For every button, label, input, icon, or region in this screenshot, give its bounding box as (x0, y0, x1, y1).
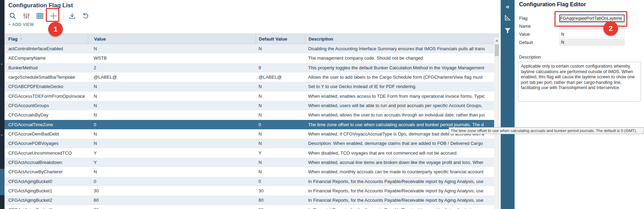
flag-cell: actControlInterfaceEnabled (5, 44, 88, 53)
search-icon[interactable] (8, 11, 17, 20)
page-title: Configuration Flag List (8, 2, 73, 9)
value-cell: 90 (88, 205, 256, 209)
table-row[interactable]: CFGActAgingBucket39090In Financial Repor… (5, 205, 494, 209)
default-cell: 30 (256, 186, 305, 195)
table-row[interactable]: CFGAccrueFOBVoyagesNNDescription: When e… (5, 139, 494, 148)
table-row[interactable]: CFGAccountGroupsNNWhen enabled, users wi… (5, 101, 494, 110)
default-cell: N (256, 158, 305, 167)
table-grid-icon[interactable] (35, 11, 44, 20)
value-cell: 0 (88, 120, 256, 129)
value-cell: N (88, 92, 256, 101)
flag-cell: CFGAccessTDEFormFromOpsInvoice (5, 92, 88, 101)
column-header-default-value[interactable]: Default Value (256, 34, 305, 44)
set-square-icon[interactable] (501, 14, 515, 21)
column-header-flag[interactable]: Flag ↑ (5, 34, 88, 44)
value-cell: 30 (88, 186, 256, 195)
description-field-label: Description (519, 55, 541, 60)
table-row[interactable]: cargoScheduleSmallBarTemplate@LABEL@@LAB… (5, 72, 494, 82)
description-cell: When enabled, accrual line items are bro… (305, 158, 494, 167)
configuration-flag-list-panel: Configuration Flag List (5, 0, 500, 209)
left-rail-highlight (0, 169, 5, 195)
description-cell: In Financial Reports, for the Accounts P… (305, 186, 494, 195)
description-cell: In Financial Reports, for the Accounts P… (305, 205, 494, 209)
value-cell: N (88, 129, 256, 139)
table-vertical-scrollbar[interactable] (494, 37, 500, 209)
annotation-rect-add-button (46, 8, 59, 22)
scroll-up-arrow-icon[interactable] (495, 40, 498, 42)
table-row[interactable]: CFGAccrualTimeZone00The time zone offset… (5, 120, 494, 129)
table-row[interactable]: actControlInterfaceEnabledNNDisabling th… (5, 44, 494, 53)
table-row[interactable]: CFGActAgingBucket000In Financial Reports… (5, 177, 494, 186)
value-cell: 2 (88, 63, 256, 72)
description-cell: Description: When enabled, demurrage cla… (305, 139, 494, 148)
flag-cell: CFGActAccrueByCharterer (5, 167, 88, 176)
table-row[interactable]: AECompanyNameWSTBThe management company … (5, 53, 494, 63)
default-cell: 90 (256, 205, 305, 209)
default-cell: 60 (256, 195, 305, 205)
value-cell: WSTB (88, 53, 256, 63)
flag-cell: CFGActAgingBucket0 (5, 177, 88, 186)
default-cell: 0 (256, 177, 305, 186)
flag-cell: AECompanyName (5, 53, 88, 63)
description-cell: When enabled, monthly accruals can be ma… (305, 167, 494, 176)
download-icon[interactable] (68, 11, 77, 20)
configuration-flag-editor-panel: Configuration Flag Editor Flag CFGAggreg… (515, 0, 644, 209)
flag-field-label: Flag (519, 16, 527, 21)
table-row[interactable]: CFGAccrualsByDayNNWhen enabled, allows t… (5, 110, 494, 120)
value-cell: N (88, 44, 256, 53)
description-cell: When enabled, enables access to TDE Form… (305, 92, 494, 101)
value-cell: @LABEL@ (88, 72, 256, 82)
table-row[interactable]: CFGAccessTDEFormFromOpsInvoiceNNWhen ena… (5, 92, 494, 101)
rail-dot (1, 63, 2, 65)
table-row[interactable]: CFGActAgingBucket26060In Financial Repor… (5, 195, 494, 205)
table-row[interactable]: CFGABCPDFEnableGeckoNNSet to Y to use Ge… (5, 82, 494, 91)
column-header-value[interactable]: Value (88, 34, 256, 44)
scrollbar-thumb[interactable] (495, 44, 499, 56)
description-textarea[interactable]: Applicable only to certain custom config… (518, 62, 641, 102)
flag-cell: CFGAccrueDemBadDebt (5, 129, 88, 139)
description-cell: When disabled, TCO voyages that are not … (305, 148, 494, 158)
table-header-row: Flag ↑ Value Default Value Description (5, 34, 500, 44)
annotation-step-2-badge: 2 (603, 21, 618, 36)
default-cell: N (256, 167, 305, 176)
undo-icon[interactable] (81, 11, 90, 20)
value-cell: Y (88, 148, 256, 158)
default-cell: N (256, 101, 305, 110)
column-header-description[interactable]: Description (305, 34, 500, 44)
flag-cell: CFGAccrueFOBVoyages (5, 139, 88, 148)
filter-funnel-icon[interactable] (501, 27, 515, 34)
left-app-rail (0, 0, 5, 209)
table-row[interactable]: CFGAccrueDemBadDebtNNWhen enabled, if CF… (5, 129, 494, 139)
table-body: actControlInterfaceEnabledNNDisabling th… (5, 44, 500, 209)
value-cell: N (88, 110, 256, 120)
table-row[interactable]: CFGActAgingBucket13030In Financial Repor… (5, 186, 494, 195)
default-cell: @LABEL@ (256, 72, 305, 82)
annotation-step-1-badge: 1 (48, 22, 63, 36)
table-row[interactable]: CFGActAccrualBreakdownYNWhen enabled, ac… (5, 158, 494, 167)
flag-cell: CFGAccrualsByDay (5, 110, 88, 120)
description-cell: Set to Y to use Gecko instead of IE for … (305, 82, 494, 91)
flag-table: Flag ↑ Value Default Value Description a… (5, 34, 500, 209)
sort-ascending-icon: ↑ (20, 36, 22, 41)
add-view-button[interactable]: + ADD VIEW (8, 22, 34, 27)
description-cell: When enabled, allows the user to run acc… (305, 110, 494, 120)
flag-cell: cargoScheduleSmallBarTemplate (5, 72, 88, 82)
default-input[interactable]: N (559, 39, 625, 46)
table-row[interactable]: BunkerMethod29This property toggles the … (5, 63, 494, 72)
rail-dot (1, 134, 2, 136)
value-cell: N (88, 82, 256, 91)
toolbar-divider (63, 11, 63, 20)
filter-sliders-icon[interactable] (22, 11, 31, 20)
table-row[interactable]: CFGAccrueUncommencedTCOYYWhen disabled, … (5, 148, 494, 158)
value-field-label: Value (519, 32, 530, 37)
description-cell: In Financial Reports, for the Accounts P… (305, 195, 494, 205)
description-cell: The management company code. Should not … (305, 53, 494, 63)
table-row[interactable]: CFGActAccrueByChartererNNWhen enabled, m… (5, 167, 494, 176)
collapse-panel-icon[interactable]: « (501, 3, 515, 10)
default-cell (256, 53, 305, 63)
flag-cell: CFGActAccrualBreakdown (5, 158, 88, 167)
description-cell: When enabled, users will be able to run … (305, 101, 494, 110)
description-cell: Allows the user to add labels to the Car… (305, 72, 494, 82)
description-cell: Disabling the Accounting Interface Summa… (305, 44, 494, 53)
value-cell: Y (88, 158, 256, 167)
